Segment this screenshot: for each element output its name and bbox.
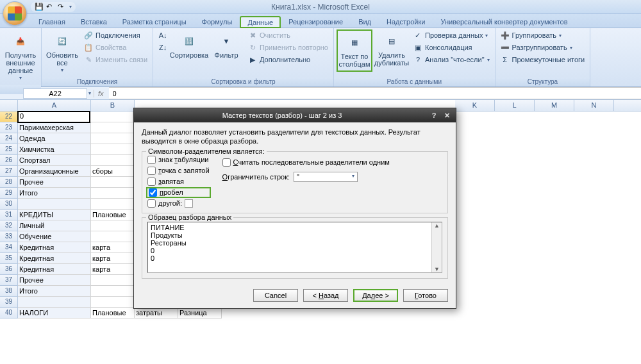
cell[interactable]	[91, 122, 135, 133]
tab-formulas[interactable]: Формулы	[194, 15, 240, 28]
cell[interactable]: Спортзал	[18, 155, 91, 166]
consecutive-checkbox[interactable]: Считать последовательные разделители одн…	[222, 158, 442, 167]
get-external-data-button[interactable]: 📥 Получить внешние данные ▾	[3, 29, 38, 84]
cell[interactable]	[91, 286, 135, 297]
row-header[interactable]: 37	[0, 275, 18, 286]
cell[interactable]: сборы	[91, 166, 135, 177]
col-header[interactable]: L	[495, 100, 535, 111]
row-header[interactable]: 27	[0, 166, 18, 177]
text-qualifier-select[interactable]: "▾	[294, 172, 358, 182]
tab-home[interactable]: Главная	[31, 15, 73, 28]
data-validation-button[interactable]: ✓Проверка данных▾	[411, 29, 492, 41]
cell[interactable]: Химчистка	[18, 144, 91, 155]
row-header[interactable]: 24	[0, 133, 18, 144]
comma-checkbox[interactable]: запятая	[147, 178, 210, 186]
refresh-all-button[interactable]: 🔄 Обновить все ▾	[44, 29, 80, 76]
preview-pane[interactable]: ПИТАНИЕПродуктыРестораны00	[147, 222, 442, 273]
cell[interactable]	[91, 133, 135, 144]
cell[interactable]	[91, 177, 135, 188]
col-header[interactable]: B	[91, 100, 135, 111]
cell[interactable]	[91, 188, 135, 199]
advanced-filter-button[interactable]: ▶Дополнительно	[246, 54, 331, 65]
qat-dropdown-icon[interactable]: ▾	[69, 4, 72, 10]
consolidate-button[interactable]: ▣Консолидация	[411, 42, 492, 53]
cell[interactable]: карта	[91, 264, 135, 275]
cell[interactable]	[91, 275, 135, 286]
row-header[interactable]: 33	[0, 231, 18, 242]
formula-input[interactable]	[109, 87, 641, 99]
connections-button[interactable]: 🔗Подключения	[81, 29, 150, 41]
row-header[interactable]: 22	[0, 112, 18, 122]
row-header[interactable]: 23	[0, 122, 18, 133]
other-input[interactable]	[185, 199, 193, 208]
cell[interactable]	[91, 144, 135, 155]
tab-addins[interactable]: Надстройки	[379, 15, 433, 28]
cell[interactable]	[91, 297, 135, 308]
remove-duplicates-button[interactable]: ▤ Удалить дубликаты	[374, 29, 410, 69]
tab-pagelayout[interactable]: Разметка страницы	[115, 15, 194, 28]
cell[interactable]: карта	[91, 253, 135, 264]
next-button[interactable]: Далее >	[353, 289, 398, 302]
tab-insert[interactable]: Вставка	[73, 15, 115, 28]
tab-converter[interactable]: Универсальный конвертер документов	[433, 15, 575, 28]
cell[interactable]: Одежда	[18, 133, 91, 144]
cell[interactable]: Прочее	[18, 177, 91, 188]
sort-za-button[interactable]: Z↓	[156, 42, 170, 53]
text-to-columns-button[interactable]: ▦ Текст по столбцам	[337, 29, 372, 72]
finish-button[interactable]: Готово	[403, 289, 448, 302]
row-header[interactable]: 35	[0, 253, 18, 264]
cell[interactable]: Личный	[18, 220, 91, 231]
cell[interactable]	[18, 297, 91, 308]
cell[interactable]: затраты	[135, 308, 178, 318]
cell[interactable]	[90, 112, 133, 122]
office-button[interactable]	[3, 1, 27, 26]
tab-checkbox[interactable]: знак табуляции	[147, 156, 210, 164]
row-header[interactable]: 32	[0, 220, 18, 231]
cell[interactable]: Организационные	[18, 166, 91, 177]
row-header[interactable]: 38	[0, 286, 18, 297]
row-header[interactable]: 25	[0, 144, 18, 155]
cell[interactable]	[18, 199, 91, 210]
cell[interactable]	[91, 220, 135, 231]
row-header[interactable]: 28	[0, 177, 18, 188]
semicolon-checkbox[interactable]: точка с запятой	[147, 167, 210, 175]
row-header[interactable]: 34	[0, 242, 18, 253]
space-checkbox[interactable]: пробел	[146, 187, 211, 198]
row-header[interactable]: 29	[0, 188, 18, 199]
cell[interactable]	[91, 155, 135, 166]
redo-icon[interactable]: ↷	[58, 3, 67, 12]
col-header[interactable]: K	[455, 100, 495, 111]
row-header[interactable]: 36	[0, 264, 18, 275]
cell[interactable]: Кредитная	[18, 264, 91, 275]
cell[interactable]: Плановые	[91, 308, 135, 318]
help-icon[interactable]: ?	[428, 112, 440, 119]
cell[interactable]: Итого	[18, 188, 91, 199]
row-header[interactable]: 39	[0, 297, 18, 308]
tab-view[interactable]: Вид	[351, 15, 379, 28]
select-all-corner[interactable]	[0, 100, 18, 111]
cell[interactable]: Кредитная	[18, 242, 91, 253]
back-button[interactable]: < Назад	[303, 289, 348, 302]
namebox-dropdown-icon[interactable]: ▾	[88, 90, 91, 96]
cell[interactable]	[91, 199, 135, 210]
cell[interactable]: Обучение	[18, 231, 91, 242]
sort-az-button[interactable]: A↓	[156, 29, 170, 41]
cell[interactable]: КРЕДИТЫ	[18, 210, 91, 220]
ungroup-button[interactable]: ➖Разгруппировать▾	[498, 42, 588, 53]
cell[interactable]: Разница	[178, 308, 222, 318]
subtotal-button[interactable]: ΣПромежуточные итоги	[498, 54, 588, 65]
tab-review[interactable]: Рецензирование	[281, 15, 351, 28]
col-header[interactable]: N	[574, 100, 614, 111]
cancel-button[interactable]: Cancel	[253, 289, 298, 302]
cell[interactable]: Плановые	[91, 210, 135, 220]
cell[interactable]: Прочее	[18, 275, 91, 286]
row-header[interactable]: 31	[0, 210, 18, 220]
dialog-titlebar[interactable]: Мастер текстов (разбор) - шаг 2 из 3 ? ✕	[134, 108, 456, 122]
sort-button[interactable]: 🔢 Сортировка	[171, 29, 207, 62]
other-checkbox[interactable]: другой:	[147, 199, 210, 208]
col-header[interactable]: A	[18, 100, 91, 111]
group-button[interactable]: ➕Группировать▾	[498, 29, 588, 41]
cell[interactable]: НАЛОГИ	[18, 308, 91, 318]
cell[interactable]: Кредитная	[18, 253, 91, 264]
undo-icon[interactable]: ↶	[46, 3, 55, 12]
